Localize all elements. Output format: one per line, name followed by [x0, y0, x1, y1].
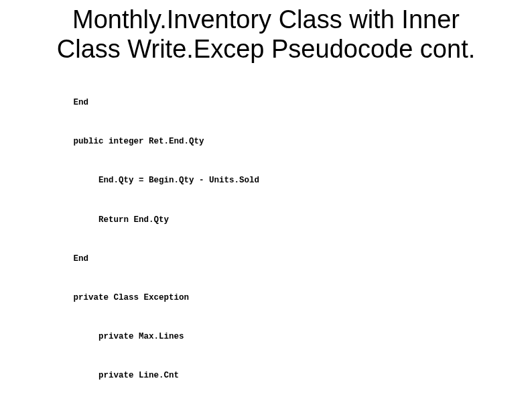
- code-line: private Max.Lines: [28, 331, 504, 343]
- code-line: End: [28, 253, 504, 266]
- code-line: public integer Ret.End.Qty: [28, 135, 504, 148]
- code-line: private Line.Cnt: [28, 369, 504, 382]
- pseudocode-block: End public integer Ret.End.Qty End.Qty =…: [28, 66, 504, 399]
- code-line: End: [28, 97, 504, 109]
- code-line: private Class Exception: [28, 292, 504, 304]
- slide-title: Monthly.Inventory Class with Inner Class…: [0, 5, 532, 64]
- code-line: Return End.Qty: [28, 214, 504, 227]
- title-line-1: Monthly.Inventory Class with Inner: [72, 5, 460, 34]
- code-line: End.Qty = Begin.Qty - Units.Sold: [28, 174, 504, 187]
- title-line-2: Class Write.Excep Pseudocode cont.: [57, 35, 476, 63]
- slide: Monthly.Inventory Class with Inner Class…: [0, 5, 532, 399]
